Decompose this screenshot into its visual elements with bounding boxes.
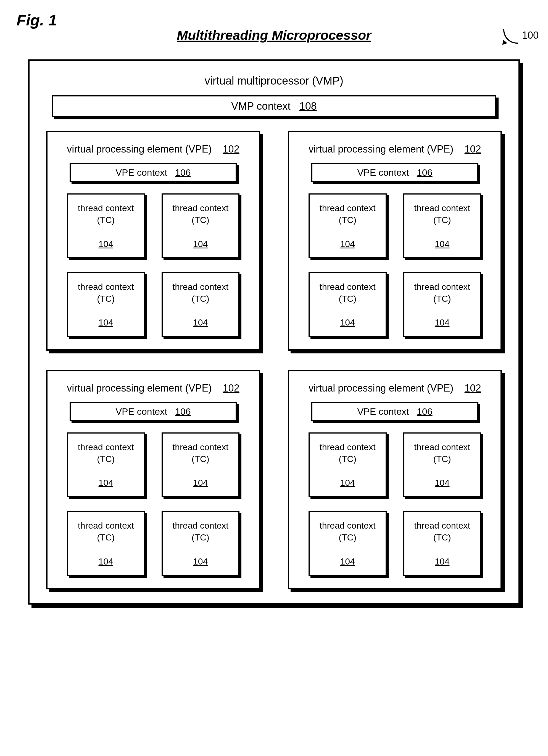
tc-label: thread context (TC)	[166, 441, 236, 465]
tc-ref: 104	[435, 557, 449, 566]
vpe-context-ref: 106	[417, 167, 432, 178]
tc-box: thread context (TC) 104	[67, 432, 145, 497]
tc-grid: thread context (TC) 104 thread context (…	[59, 432, 248, 576]
vpe-context-box: VPE context 106	[70, 163, 237, 182]
vpe-context-label: VPE context	[116, 167, 167, 178]
vmp-context-label: VMP context	[231, 100, 290, 112]
vpe-title-label: virtual processing element (VPE)	[308, 382, 453, 394]
vpe-title-ref: 102	[465, 382, 481, 394]
vpe-box: virtual processing element (VPE) 102 VPE…	[46, 131, 260, 351]
tc-box: thread context (TC) 104	[162, 432, 240, 497]
tc-ref: 104	[340, 317, 355, 327]
vmp-title: virtual multiprocessor (VMP)	[41, 75, 507, 87]
vpe-title: virtual processing element (VPE) 102	[300, 143, 489, 155]
vpe-title-label: virtual processing element (VPE)	[308, 143, 453, 155]
tc-label: thread context (TC)	[407, 520, 478, 544]
vpe-title: virtual processing element (VPE) 102	[59, 143, 248, 155]
tc-label: thread context (TC)	[312, 202, 383, 226]
tc-ref: 104	[193, 239, 208, 249]
tc-ref: 104	[99, 317, 113, 327]
tc-ref: 104	[99, 557, 113, 566]
tc-label: thread context (TC)	[312, 281, 383, 305]
tc-grid: thread context (TC) 104 thread context (…	[300, 432, 489, 576]
tc-box: thread context (TC) 104	[308, 272, 387, 337]
tc-label: thread context (TC)	[312, 441, 383, 465]
tc-ref: 104	[340, 557, 355, 566]
tc-ref: 104	[340, 239, 355, 249]
vpe-context-box: VPE context 106	[70, 402, 237, 421]
tc-ref: 104	[193, 317, 208, 327]
tc-ref: 104	[435, 478, 449, 488]
tc-label: thread context (TC)	[312, 520, 383, 544]
tc-grid: thread context (TC) 104 thread context (…	[300, 193, 489, 337]
tc-ref: 104	[99, 239, 113, 249]
arrow-swoosh-icon	[501, 30, 518, 47]
vpe-title-ref: 102	[223, 382, 240, 394]
tc-ref: 104	[435, 317, 449, 327]
vpe-context-ref: 106	[175, 167, 191, 178]
tc-label: thread context (TC)	[407, 202, 478, 226]
tc-box: thread context (TC) 104	[162, 272, 240, 337]
vpe-context-box: VPE context 106	[311, 402, 478, 421]
vpe-box: virtual processing element (VPE) 102 VPE…	[288, 131, 502, 351]
vpe-context-label: VPE context	[116, 406, 167, 417]
vpe-title-label: virtual processing element (VPE)	[67, 382, 212, 394]
tc-box: thread context (TC) 104	[403, 272, 481, 337]
tc-label: thread context (TC)	[71, 202, 141, 226]
tc-label: thread context (TC)	[166, 202, 236, 226]
tc-box: thread context (TC) 104	[67, 272, 145, 337]
tc-ref: 104	[99, 478, 113, 488]
vpe-box: virtual processing element (VPE) 102 VPE…	[288, 370, 502, 590]
tc-box: thread context (TC) 104	[403, 432, 481, 497]
tc-box: thread context (TC) 104	[308, 432, 387, 497]
tc-label: thread context (TC)	[407, 281, 478, 305]
title-row: Multithreading Microprocessor	[22, 28, 526, 43]
tc-box: thread context (TC) 104	[67, 511, 145, 576]
vpe-title: virtual processing element (VPE) 102	[300, 382, 489, 394]
tc-label: thread context (TC)	[71, 281, 141, 305]
tc-label: thread context (TC)	[166, 520, 236, 544]
tc-ref: 104	[340, 478, 355, 488]
vpe-title-label: virtual processing element (VPE)	[67, 143, 212, 155]
vmp-context-box: VMP context 108	[52, 95, 496, 117]
figure-label: Fig. 1	[17, 11, 57, 29]
tc-box: thread context (TC) 104	[308, 511, 387, 576]
vmp-box: virtual multiprocessor (VMP) VMP context…	[28, 59, 520, 605]
tc-grid: thread context (TC) 104 thread context (…	[59, 193, 248, 337]
tc-label: thread context (TC)	[71, 441, 141, 465]
tc-box: thread context (TC) 104	[403, 511, 481, 576]
reference-arrow-100: 100	[501, 30, 537, 49]
vpe-box: virtual processing element (VPE) 102 VPE…	[46, 370, 260, 590]
page-title: Multithreading Microprocessor	[177, 28, 371, 43]
reference-number: 100	[522, 30, 539, 41]
vmp-context-ref: 108	[299, 100, 317, 112]
vpe-context-box: VPE context 106	[311, 163, 478, 182]
tc-ref: 104	[435, 239, 449, 249]
tc-label: thread context (TC)	[407, 441, 478, 465]
vpe-title-ref: 102	[465, 143, 481, 155]
vpe-context-label: VPE context	[357, 167, 409, 178]
vpe-context-label: VPE context	[357, 406, 409, 417]
vpe-title-ref: 102	[223, 143, 240, 155]
tc-box: thread context (TC) 104	[403, 193, 481, 258]
vpe-grid: virtual processing element (VPE) 102 VPE…	[41, 131, 507, 589]
vpe-title: virtual processing element (VPE) 102	[59, 382, 248, 394]
tc-box: thread context (TC) 104	[162, 511, 240, 576]
tc-box: thread context (TC) 104	[162, 193, 240, 258]
tc-box: thread context (TC) 104	[308, 193, 387, 258]
tc-label: thread context (TC)	[166, 281, 236, 305]
vpe-context-ref: 106	[175, 406, 191, 417]
tc-ref: 104	[193, 557, 208, 566]
vpe-context-ref: 106	[417, 406, 432, 417]
tc-label: thread context (TC)	[71, 520, 141, 544]
tc-ref: 104	[193, 478, 208, 488]
tc-box: thread context (TC) 104	[67, 193, 145, 258]
